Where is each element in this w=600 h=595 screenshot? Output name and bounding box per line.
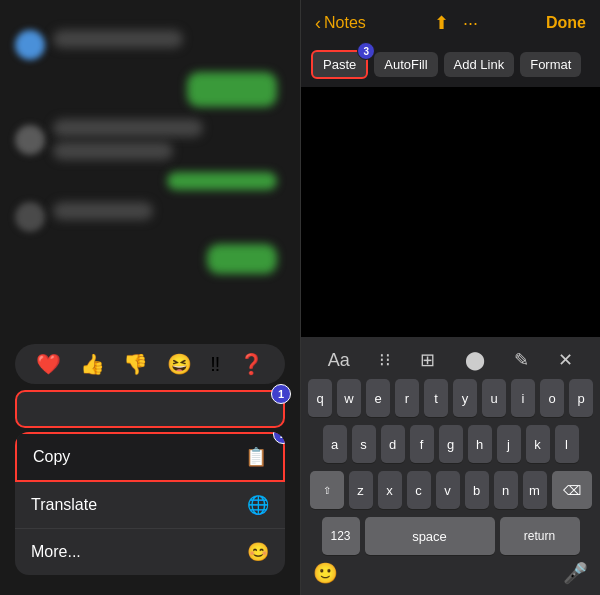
badge-3: 3 xyxy=(357,42,375,60)
badge-1: 1 xyxy=(271,384,291,404)
copy-icon: 📋 xyxy=(245,446,267,468)
right-panel: ‹ Notes ⬆ ··· Done Paste 3 AutoFill Add … xyxy=(300,0,600,595)
share-icon[interactable]: ⬆ xyxy=(434,12,449,34)
keyboard-bottom: 🙂 🎤 xyxy=(305,555,596,591)
avatar xyxy=(15,202,45,232)
key-t[interactable]: t xyxy=(424,379,448,417)
key-space[interactable]: space xyxy=(365,517,495,555)
message-bubble xyxy=(53,30,183,48)
formatting-icon[interactable]: ⁝⁝ xyxy=(379,349,391,371)
translate-icon: 🌐 xyxy=(247,494,269,516)
emoji-exclaim[interactable]: ‼️ xyxy=(210,353,220,376)
key-row-1: q w e r t y u i o p xyxy=(307,379,594,417)
emoji-thumbsdown[interactable]: 👎 xyxy=(123,352,148,376)
emoji-laugh[interactable]: 😆 xyxy=(167,352,192,376)
key-delete[interactable]: ⌫ xyxy=(552,471,592,509)
more-options-icon[interactable]: ··· xyxy=(463,13,478,34)
top-nav: ‹ Notes ⬆ ··· Done xyxy=(301,0,600,42)
copy-menu-item[interactable]: Copy 📋 xyxy=(15,432,285,482)
nav-icons: ⬆ ··· xyxy=(434,12,478,34)
format-button[interactable]: Format xyxy=(520,52,581,77)
key-m[interactable]: m xyxy=(523,471,547,509)
message-bubble xyxy=(187,72,277,107)
key-shift[interactable]: ⇧ xyxy=(310,471,344,509)
key-y[interactable]: y xyxy=(453,379,477,417)
message-bubble xyxy=(167,172,277,190)
key-j[interactable]: j xyxy=(497,425,521,463)
emoji-question[interactable]: ❓ xyxy=(239,352,264,376)
toolbar: Paste 3 AutoFill Add Link Format xyxy=(301,42,600,87)
back-chevron-icon: ‹ xyxy=(315,13,321,34)
key-q[interactable]: q xyxy=(308,379,332,417)
translate-label: Translate xyxy=(31,496,97,514)
keyboard-rows: q w e r t y u i o p a s d f g h j k xyxy=(305,379,596,555)
key-x[interactable]: x xyxy=(378,471,402,509)
emoji-reaction-bar[interactable]: ❤️ 👍 👎 😆 ‼️ ❓ xyxy=(15,344,285,384)
selected-message: 1 xyxy=(15,390,285,428)
blurred-messages xyxy=(0,0,300,360)
key-p[interactable]: p xyxy=(569,379,593,417)
key-k[interactable]: k xyxy=(526,425,550,463)
key-e[interactable]: e xyxy=(366,379,390,417)
pencil-icon[interactable]: ✎ xyxy=(514,349,529,371)
left-panel: ❤️ 👍 👎 😆 ‼️ ❓ 1 Copy 📋 2 Translate 🌐 xyxy=(0,0,300,595)
avatar xyxy=(15,125,45,155)
key-d[interactable]: d xyxy=(381,425,405,463)
emoji-heart[interactable]: ❤️ xyxy=(36,352,61,376)
key-n[interactable]: n xyxy=(494,471,518,509)
keyboard: Aa ⁝⁝ ⊞ ⬤ ✎ ✕ q w e r t y u i o p xyxy=(301,337,600,595)
context-menu-area: ❤️ 👍 👎 😆 ‼️ ❓ 1 Copy 📋 2 Translate 🌐 xyxy=(0,344,300,575)
key-v[interactable]: v xyxy=(436,471,460,509)
key-numbers[interactable]: 123 xyxy=(322,517,360,555)
add-link-button[interactable]: Add Link xyxy=(444,52,515,77)
emoji-thumbsup[interactable]: 👍 xyxy=(80,352,105,376)
microphone-icon[interactable]: 🎤 xyxy=(563,561,588,585)
nav-back[interactable]: ‹ Notes xyxy=(315,13,366,34)
key-a[interactable]: a xyxy=(323,425,347,463)
key-row-3: ⇧ z x c v b n m ⌫ xyxy=(307,471,594,509)
copy-label: Copy xyxy=(33,448,70,466)
key-s[interactable]: s xyxy=(352,425,376,463)
key-g[interactable]: g xyxy=(439,425,463,463)
keyboard-dismiss-icon[interactable]: ✕ xyxy=(558,349,573,371)
note-area[interactable] xyxy=(301,87,600,337)
emoji-icon[interactable]: 🙂 xyxy=(313,561,338,585)
more-label: More... xyxy=(31,543,81,561)
key-f[interactable]: f xyxy=(410,425,434,463)
context-menu: Copy 📋 2 Translate 🌐 More... 😊 xyxy=(15,432,285,575)
message-bubble xyxy=(53,119,203,137)
key-z[interactable]: z xyxy=(349,471,373,509)
back-label: Notes xyxy=(324,14,366,32)
key-row-2: a s d f g h j k l xyxy=(307,425,594,463)
keyboard-toolbar: Aa ⁝⁝ ⊞ ⬤ ✎ ✕ xyxy=(305,345,596,379)
key-l[interactable]: l xyxy=(555,425,579,463)
done-button[interactable]: Done xyxy=(546,14,586,32)
font-size-icon[interactable]: Aa xyxy=(328,350,350,371)
key-r[interactable]: r xyxy=(395,379,419,417)
key-w[interactable]: w xyxy=(337,379,361,417)
camera-icon[interactable]: ⬤ xyxy=(465,349,485,371)
table-icon[interactable]: ⊞ xyxy=(420,349,435,371)
copy-item-wrapper: Copy 📋 2 xyxy=(15,432,285,482)
message-bubble xyxy=(207,244,277,274)
more-menu-item[interactable]: More... 😊 xyxy=(15,529,285,575)
translate-menu-item[interactable]: Translate 🌐 xyxy=(15,482,285,529)
message-bubble xyxy=(53,142,173,160)
more-icon: 😊 xyxy=(247,541,269,563)
avatar xyxy=(15,30,45,60)
key-c[interactable]: c xyxy=(407,471,431,509)
autofill-button[interactable]: AutoFill xyxy=(374,52,437,77)
key-u[interactable]: u xyxy=(482,379,506,417)
key-b[interactable]: b xyxy=(465,471,489,509)
key-h[interactable]: h xyxy=(468,425,492,463)
key-i[interactable]: i xyxy=(511,379,535,417)
message-bubble xyxy=(53,202,153,220)
key-o[interactable]: o xyxy=(540,379,564,417)
key-row-4: 123 space return xyxy=(307,517,594,555)
key-return[interactable]: return xyxy=(500,517,580,555)
